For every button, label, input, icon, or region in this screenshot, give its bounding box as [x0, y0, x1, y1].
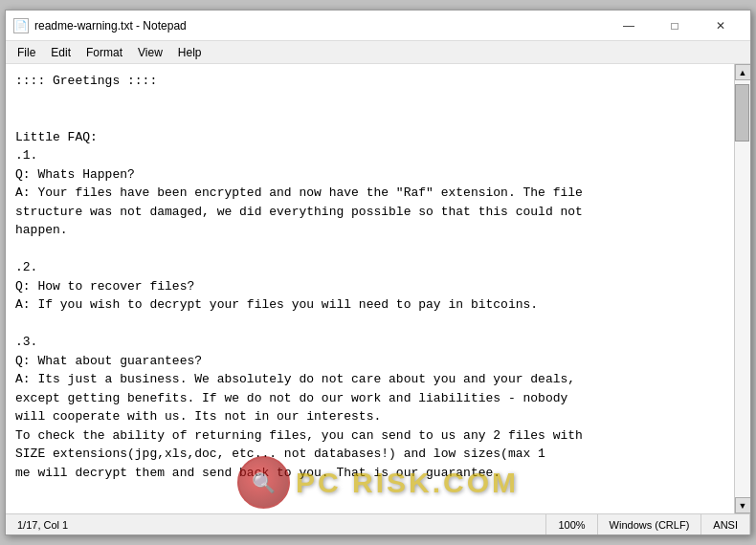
app-icon: 📄 [13, 18, 29, 33]
close-button[interactable]: ✕ [699, 11, 743, 40]
menu-format[interactable]: Format [78, 44, 130, 61]
title-bar-buttons: — □ ✕ [607, 11, 743, 40]
notepad-window: 📄 readme-warning.txt - Notepad — □ ✕ Fil… [5, 10, 751, 535]
window-title: readme-warning.txt - Notepad [34, 19, 187, 33]
scroll-up-button[interactable]: ▲ [735, 64, 751, 80]
menu-bar: File Edit Format View Help [6, 41, 750, 64]
encoding: ANSI [701, 514, 750, 534]
line-ending: Windows (CRLF) [598, 514, 702, 534]
status-bar: 1/17, Col 1 100% Windows (CRLF) ANSI [6, 513, 750, 534]
title-bar: 📄 readme-warning.txt - Notepad — □ ✕ [6, 11, 750, 41]
minimize-button[interactable]: — [607, 11, 651, 40]
title-bar-left: 📄 readme-warning.txt - Notepad [13, 18, 187, 33]
maximize-button[interactable]: □ [653, 11, 697, 40]
text-editor[interactable]: :::: Greetings :::: Little FAQ: .1. Q: W… [6, 64, 734, 513]
content-area: :::: Greetings :::: Little FAQ: .1. Q: W… [6, 64, 750, 513]
scroll-track[interactable] [735, 80, 750, 497]
scroll-down-button[interactable]: ▼ [735, 497, 751, 513]
scroll-thumb[interactable] [735, 84, 749, 142]
menu-edit[interactable]: Edit [43, 44, 78, 61]
menu-view[interactable]: View [130, 44, 170, 61]
menu-help[interactable]: Help [170, 44, 210, 61]
vertical-scrollbar[interactable]: ▲ ▼ [734, 64, 750, 513]
menu-file[interactable]: File [10, 44, 43, 61]
zoom-level: 100% [546, 514, 597, 534]
cursor-position: 1/17, Col 1 [6, 514, 546, 534]
